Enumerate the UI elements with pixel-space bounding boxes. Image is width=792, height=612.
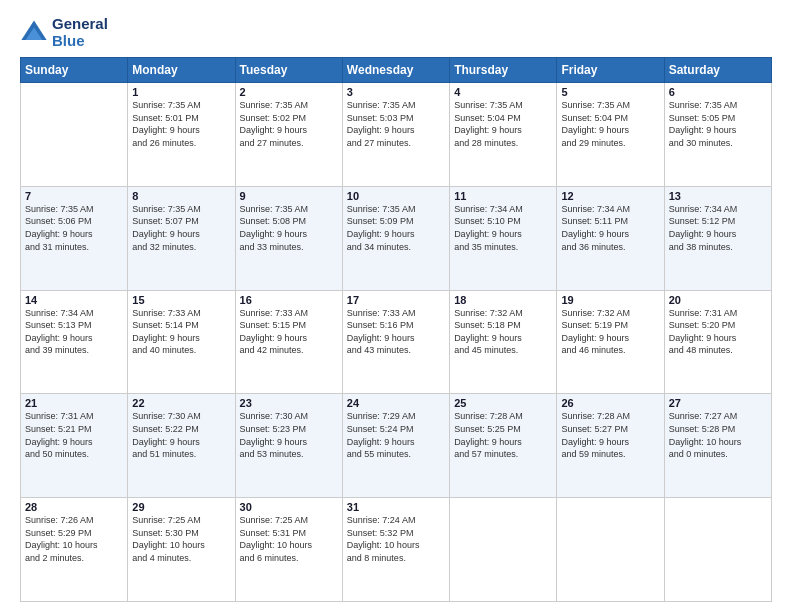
calendar-header-friday: Friday — [557, 58, 664, 83]
day-info: Sunrise: 7:25 AM Sunset: 5:30 PM Dayligh… — [132, 514, 230, 564]
day-info: Sunrise: 7:35 AM Sunset: 5:02 PM Dayligh… — [240, 99, 338, 149]
calendar-cell: 10Sunrise: 7:35 AM Sunset: 5:09 PM Dayli… — [342, 186, 449, 290]
day-number: 19 — [561, 294, 659, 306]
calendar-cell: 28Sunrise: 7:26 AM Sunset: 5:29 PM Dayli… — [21, 498, 128, 602]
calendar-cell: 21Sunrise: 7:31 AM Sunset: 5:21 PM Dayli… — [21, 394, 128, 498]
calendar-cell — [21, 83, 128, 187]
day-number: 29 — [132, 501, 230, 513]
calendar-cell: 1Sunrise: 7:35 AM Sunset: 5:01 PM Daylig… — [128, 83, 235, 187]
calendar-cell: 20Sunrise: 7:31 AM Sunset: 5:20 PM Dayli… — [664, 290, 771, 394]
day-number: 17 — [347, 294, 445, 306]
day-number: 18 — [454, 294, 552, 306]
day-info: Sunrise: 7:31 AM Sunset: 5:21 PM Dayligh… — [25, 410, 123, 460]
day-number: 28 — [25, 501, 123, 513]
calendar-week-5: 28Sunrise: 7:26 AM Sunset: 5:29 PM Dayli… — [21, 498, 772, 602]
day-number: 1 — [132, 86, 230, 98]
calendar-header-sunday: Sunday — [21, 58, 128, 83]
calendar-cell: 29Sunrise: 7:25 AM Sunset: 5:30 PM Dayli… — [128, 498, 235, 602]
day-info: Sunrise: 7:35 AM Sunset: 5:04 PM Dayligh… — [454, 99, 552, 149]
day-number: 3 — [347, 86, 445, 98]
calendar-cell: 5Sunrise: 7:35 AM Sunset: 5:04 PM Daylig… — [557, 83, 664, 187]
calendar-cell: 14Sunrise: 7:34 AM Sunset: 5:13 PM Dayli… — [21, 290, 128, 394]
day-info: Sunrise: 7:33 AM Sunset: 5:15 PM Dayligh… — [240, 307, 338, 357]
calendar-cell: 25Sunrise: 7:28 AM Sunset: 5:25 PM Dayli… — [450, 394, 557, 498]
day-info: Sunrise: 7:24 AM Sunset: 5:32 PM Dayligh… — [347, 514, 445, 564]
header: General Blue — [20, 16, 772, 49]
day-number: 8 — [132, 190, 230, 202]
day-number: 4 — [454, 86, 552, 98]
day-info: Sunrise: 7:35 AM Sunset: 5:04 PM Dayligh… — [561, 99, 659, 149]
calendar-cell: 12Sunrise: 7:34 AM Sunset: 5:11 PM Dayli… — [557, 186, 664, 290]
day-number: 12 — [561, 190, 659, 202]
day-number: 15 — [132, 294, 230, 306]
calendar-cell: 16Sunrise: 7:33 AM Sunset: 5:15 PM Dayli… — [235, 290, 342, 394]
day-info: Sunrise: 7:34 AM Sunset: 5:12 PM Dayligh… — [669, 203, 767, 253]
day-number: 10 — [347, 190, 445, 202]
day-info: Sunrise: 7:35 AM Sunset: 5:07 PM Dayligh… — [132, 203, 230, 253]
calendar-week-1: 1Sunrise: 7:35 AM Sunset: 5:01 PM Daylig… — [21, 83, 772, 187]
calendar-header-tuesday: Tuesday — [235, 58, 342, 83]
page: General Blue SundayMondayTuesdayWednesda… — [0, 0, 792, 612]
day-info: Sunrise: 7:30 AM Sunset: 5:22 PM Dayligh… — [132, 410, 230, 460]
calendar-cell: 2Sunrise: 7:35 AM Sunset: 5:02 PM Daylig… — [235, 83, 342, 187]
calendar-cell: 17Sunrise: 7:33 AM Sunset: 5:16 PM Dayli… — [342, 290, 449, 394]
calendar-header-row: SundayMondayTuesdayWednesdayThursdayFrid… — [21, 58, 772, 83]
day-info: Sunrise: 7:35 AM Sunset: 5:06 PM Dayligh… — [25, 203, 123, 253]
calendar-cell: 11Sunrise: 7:34 AM Sunset: 5:10 PM Dayli… — [450, 186, 557, 290]
calendar-cell: 30Sunrise: 7:25 AM Sunset: 5:31 PM Dayli… — [235, 498, 342, 602]
day-info: Sunrise: 7:25 AM Sunset: 5:31 PM Dayligh… — [240, 514, 338, 564]
calendar-cell: 15Sunrise: 7:33 AM Sunset: 5:14 PM Dayli… — [128, 290, 235, 394]
calendar-cell: 7Sunrise: 7:35 AM Sunset: 5:06 PM Daylig… — [21, 186, 128, 290]
day-number: 6 — [669, 86, 767, 98]
day-info: Sunrise: 7:33 AM Sunset: 5:14 PM Dayligh… — [132, 307, 230, 357]
day-info: Sunrise: 7:34 AM Sunset: 5:11 PM Dayligh… — [561, 203, 659, 253]
logo-icon — [20, 19, 48, 47]
day-info: Sunrise: 7:32 AM Sunset: 5:19 PM Dayligh… — [561, 307, 659, 357]
day-info: Sunrise: 7:31 AM Sunset: 5:20 PM Dayligh… — [669, 307, 767, 357]
day-number: 27 — [669, 397, 767, 409]
day-info: Sunrise: 7:33 AM Sunset: 5:16 PM Dayligh… — [347, 307, 445, 357]
day-number: 9 — [240, 190, 338, 202]
day-number: 21 — [25, 397, 123, 409]
calendar-cell: 9Sunrise: 7:35 AM Sunset: 5:08 PM Daylig… — [235, 186, 342, 290]
calendar-header-saturday: Saturday — [664, 58, 771, 83]
calendar-cell: 6Sunrise: 7:35 AM Sunset: 5:05 PM Daylig… — [664, 83, 771, 187]
calendar-cell: 22Sunrise: 7:30 AM Sunset: 5:22 PM Dayli… — [128, 394, 235, 498]
day-info: Sunrise: 7:35 AM Sunset: 5:05 PM Dayligh… — [669, 99, 767, 149]
day-number: 2 — [240, 86, 338, 98]
day-info: Sunrise: 7:34 AM Sunset: 5:10 PM Dayligh… — [454, 203, 552, 253]
day-number: 11 — [454, 190, 552, 202]
day-number: 30 — [240, 501, 338, 513]
day-number: 5 — [561, 86, 659, 98]
calendar-cell: 8Sunrise: 7:35 AM Sunset: 5:07 PM Daylig… — [128, 186, 235, 290]
day-number: 14 — [25, 294, 123, 306]
calendar-table: SundayMondayTuesdayWednesdayThursdayFrid… — [20, 57, 772, 602]
day-info: Sunrise: 7:34 AM Sunset: 5:13 PM Dayligh… — [25, 307, 123, 357]
calendar-cell: 18Sunrise: 7:32 AM Sunset: 5:18 PM Dayli… — [450, 290, 557, 394]
calendar-cell: 13Sunrise: 7:34 AM Sunset: 5:12 PM Dayli… — [664, 186, 771, 290]
calendar-cell: 27Sunrise: 7:27 AM Sunset: 5:28 PM Dayli… — [664, 394, 771, 498]
day-number: 26 — [561, 397, 659, 409]
calendar-cell: 24Sunrise: 7:29 AM Sunset: 5:24 PM Dayli… — [342, 394, 449, 498]
calendar-header-wednesday: Wednesday — [342, 58, 449, 83]
calendar-header-thursday: Thursday — [450, 58, 557, 83]
calendar-cell: 31Sunrise: 7:24 AM Sunset: 5:32 PM Dayli… — [342, 498, 449, 602]
calendar-cell: 26Sunrise: 7:28 AM Sunset: 5:27 PM Dayli… — [557, 394, 664, 498]
calendar-week-2: 7Sunrise: 7:35 AM Sunset: 5:06 PM Daylig… — [21, 186, 772, 290]
calendar-cell — [557, 498, 664, 602]
calendar-header-monday: Monday — [128, 58, 235, 83]
day-info: Sunrise: 7:35 AM Sunset: 5:01 PM Dayligh… — [132, 99, 230, 149]
calendar-cell: 23Sunrise: 7:30 AM Sunset: 5:23 PM Dayli… — [235, 394, 342, 498]
calendar-week-3: 14Sunrise: 7:34 AM Sunset: 5:13 PM Dayli… — [21, 290, 772, 394]
day-info: Sunrise: 7:28 AM Sunset: 5:25 PM Dayligh… — [454, 410, 552, 460]
day-number: 24 — [347, 397, 445, 409]
logo: General Blue — [20, 16, 108, 49]
day-number: 16 — [240, 294, 338, 306]
day-number: 31 — [347, 501, 445, 513]
day-number: 23 — [240, 397, 338, 409]
calendar-cell — [664, 498, 771, 602]
calendar-cell — [450, 498, 557, 602]
calendar-week-4: 21Sunrise: 7:31 AM Sunset: 5:21 PM Dayli… — [21, 394, 772, 498]
day-info: Sunrise: 7:29 AM Sunset: 5:24 PM Dayligh… — [347, 410, 445, 460]
logo-text: General Blue — [52, 16, 108, 49]
